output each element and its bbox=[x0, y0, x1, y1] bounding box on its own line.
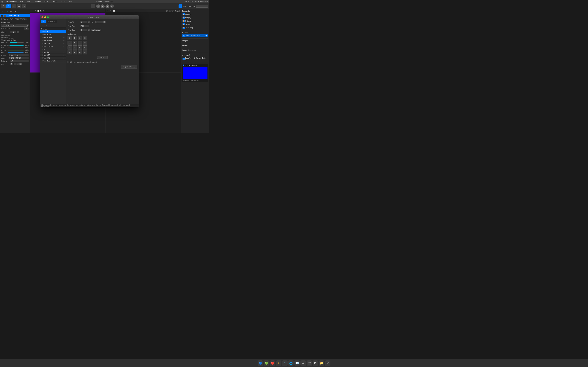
menu-help[interactable]: Help bbox=[69, 0, 73, 3]
fixture-edit-btn[interactable]: Edit bbox=[24, 27, 28, 30]
assign-1-1[interactable]: N bbox=[73, 41, 77, 45]
testcard-8x8[interactable]: 🎨 8x8.png bbox=[182, 20, 208, 22]
assign-0-1[interactable]: N bbox=[73, 36, 77, 40]
pixel-type-select[interactable]: RGB bbox=[80, 25, 89, 27]
fixture-pixel-lrgbw[interactable]: Pixel LRGBW ★ bbox=[40, 45, 66, 48]
luminosity-slider[interactable] bbox=[9, 45, 24, 46]
io-x-2[interactable]: ✕ bbox=[110, 10, 112, 12]
pixels-h-up[interactable]: ▲ bbox=[103, 21, 105, 22]
toolbar-settings[interactable]: ◁ bbox=[91, 4, 95, 8]
assign-3-2[interactable]: C bbox=[78, 50, 82, 54]
assign-1-0[interactable]: Z bbox=[68, 41, 72, 45]
fixture-pixel-rgbw[interactable]: Pixel RGBW ★ bbox=[40, 36, 66, 39]
preview-checkbox[interactable] bbox=[166, 10, 167, 12]
assign-2-0[interactable]: ⌐ bbox=[68, 45, 72, 50]
testcard-4x4[interactable]: 🎨 4x4.png bbox=[182, 13, 208, 16]
syphon-arena[interactable]: S Arena – Composition 1 bbox=[182, 34, 208, 37]
tool-line[interactable]: ✏ bbox=[9, 10, 13, 13]
tl-maximize[interactable] bbox=[47, 16, 49, 18]
menu-file[interactable]: File bbox=[20, 0, 24, 3]
io-plus-2[interactable]: + bbox=[107, 10, 109, 12]
fixture-pixel-cmy[interactable]: Pixel CMY ★ bbox=[40, 51, 66, 54]
assign-3-3[interactable]: C bbox=[83, 50, 87, 54]
fixture-pixel-l[interactable]: Pixel L ★ bbox=[40, 48, 66, 51]
assign-1-2[interactable]: Z bbox=[78, 41, 82, 45]
rotation-value[interactable]: 0.0 bbox=[10, 60, 28, 62]
size-w-value[interactable]: 640.00 bbox=[9, 57, 15, 59]
menu-view[interactable]: View bbox=[44, 0, 49, 3]
pixels-h-down[interactable]: ▼ bbox=[103, 22, 105, 23]
tl-close[interactable] bbox=[42, 16, 43, 18]
fixture-pixel-lrgb[interactable]: Pixel LRGB ★ bbox=[40, 42, 66, 45]
io-square-2[interactable]: ⬜ bbox=[113, 10, 115, 12]
fixtures-add-btn[interactable]: + bbox=[45, 24, 48, 27]
green-slider[interactable] bbox=[8, 50, 24, 50]
tab-favorites[interactable]: Favorites bbox=[47, 20, 57, 23]
fixture-item-1[interactable]: Fixture 1 (0:1-3) bbox=[0, 14, 30, 17]
skip-checkbox[interactable] bbox=[68, 61, 69, 63]
tl-minimize[interactable] bbox=[44, 16, 46, 18]
clear-btn[interactable]: Clear bbox=[97, 56, 108, 59]
assign-2-1[interactable]: ⌐ bbox=[73, 45, 77, 50]
fixtures-back-btn[interactable]: ◁ bbox=[41, 24, 44, 27]
assign-2-3[interactable]: C bbox=[83, 45, 87, 50]
record-btn[interactable]: ⏺ bbox=[110, 4, 114, 8]
assign-0-2[interactable]: Z bbox=[78, 36, 82, 40]
pause-btn[interactable]: ⏸ bbox=[96, 4, 100, 8]
assign-0-3[interactable]: N bbox=[83, 36, 87, 40]
live-input-facetime[interactable]: 📷 FaceTime HD Camera (Built-in) bbox=[182, 57, 208, 61]
object-isolation-dropdown[interactable] bbox=[196, 5, 208, 8]
channel-value[interactable]: 1 bbox=[10, 31, 16, 33]
pixel-size-input[interactable]: 3 bbox=[80, 29, 87, 31]
tab-all[interactable]: All bbox=[41, 20, 46, 23]
pos-x-value[interactable]: 0.00 bbox=[9, 54, 15, 56]
menu-edit[interactable]: Edit bbox=[26, 0, 31, 3]
pixels-h-input[interactable]: 1 bbox=[95, 21, 103, 23]
fixture-pixel-rgbwl[interactable]: Pixel RGBWL ★ bbox=[40, 39, 66, 42]
fixture-pixel-rgbl[interactable]: Pixel RGBL ★ bbox=[40, 33, 66, 36]
red-slider[interactable] bbox=[8, 48, 24, 48]
flip-f[interactable]: F bbox=[10, 63, 13, 65]
assign-1-3[interactable]: N bbox=[83, 41, 87, 45]
pixel-size-down[interactable]: ▼ bbox=[88, 30, 90, 31]
pos-y-value[interactable]: 0.00 bbox=[15, 54, 28, 56]
fixture-pixel-rgb16[interactable]: Pixel RGB 16 bits ★ bbox=[40, 59, 66, 62]
toolbar-btn-2[interactable]: ⬡ bbox=[6, 4, 11, 8]
io-plus[interactable]: + bbox=[31, 10, 33, 12]
toolbar-btn-3[interactable]: ≡ bbox=[12, 4, 16, 8]
tool-select[interactable]: ↖ bbox=[1, 10, 4, 13]
testcard-5x5[interactable]: 🎨 5x5.png bbox=[182, 16, 208, 19]
size-h-value[interactable]: 480.00 bbox=[15, 57, 28, 59]
flip-b[interactable]: f bbox=[14, 63, 16, 65]
app-name[interactable]: MadMapper bbox=[6, 0, 17, 3]
anti-aliasing-checkbox[interactable] bbox=[1, 39, 3, 41]
channel-up[interactable]: ▲ bbox=[17, 31, 19, 32]
toolbar-btn-5[interactable]: ⚙ bbox=[22, 4, 26, 8]
enable-preview-checkbox[interactable] bbox=[183, 65, 184, 66]
testcard-16x16[interactable]: 🎨 16x16.png bbox=[182, 26, 208, 29]
io-square[interactable]: ⬜ bbox=[37, 10, 39, 12]
io-x[interactable]: ✕ bbox=[34, 10, 36, 12]
flip-v[interactable]: f bbox=[17, 63, 19, 65]
category-generic[interactable]: Generic ★ bbox=[40, 27, 66, 30]
assign-2-2[interactable]: C bbox=[78, 45, 82, 50]
menu-controls[interactable]: Controls bbox=[33, 0, 41, 3]
response-slider[interactable] bbox=[10, 42, 24, 43]
menu-output[interactable]: Output bbox=[51, 0, 58, 3]
fixture-preset-dropdown[interactable]: Generic – Pixel RGB ▾ bbox=[1, 24, 28, 27]
pixels-w-up[interactable]: ▲ bbox=[88, 21, 90, 22]
assign-0-0[interactable]: Z bbox=[68, 36, 72, 40]
export-btn[interactable]: Export fixture... bbox=[121, 65, 137, 68]
advanced-btn[interactable]: Advanced bbox=[91, 29, 101, 31]
fixture-pixel-bgr[interactable]: Pixel BGR ★ bbox=[40, 54, 66, 57]
flip-h[interactable]: f bbox=[19, 63, 22, 65]
assign-3-0[interactable]: ⌐ bbox=[68, 50, 72, 54]
pixel-size-up[interactable]: ▲ bbox=[88, 29, 90, 30]
fixture-pixel-brg[interactable]: Pixel BRG ★ bbox=[40, 57, 66, 59]
blue-slider[interactable] bbox=[8, 52, 24, 53]
testcard-9x9[interactable]: 🎨 9x9.png bbox=[182, 23, 208, 26]
stop-btn-1[interactable]: ⏹ bbox=[101, 4, 104, 8]
channel-down[interactable]: ▼ bbox=[17, 32, 19, 33]
menu-tools[interactable]: Tools bbox=[61, 0, 66, 3]
stop-btn-2[interactable]: ⏹ bbox=[105, 4, 109, 8]
